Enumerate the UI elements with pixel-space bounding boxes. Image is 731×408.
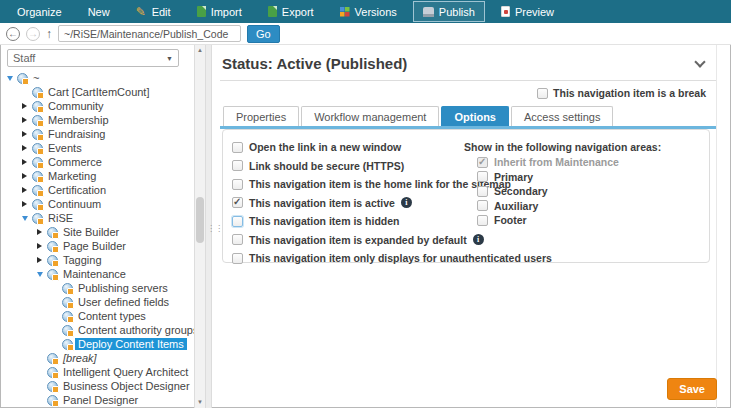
tree-item-label[interactable]: Publishing servers: [75, 282, 171, 294]
path-input[interactable]: [58, 25, 241, 42]
checkbox[interactable]: [232, 197, 243, 208]
tree-item-label[interactable]: Events: [45, 142, 85, 154]
tree-item[interactable]: Publishing servers: [0, 281, 194, 295]
nav-area-checkbox-row[interactable]: Auxiliary: [477, 200, 709, 212]
tree-item-label[interactable]: Continuum: [45, 198, 104, 210]
tree-expand-arrow[interactable]: [19, 103, 30, 109]
tree-item[interactable]: Continuum: [0, 197, 194, 211]
tree-item-label[interactable]: Panel Designer: [60, 394, 141, 406]
toolbar-item[interactable]: New: [79, 2, 119, 21]
tree-item-label[interactable]: Content types: [75, 310, 149, 322]
checkbox[interactable]: [232, 253, 243, 264]
tree-item-label[interactable]: Page Builder: [60, 240, 129, 252]
toolbar-item[interactable]: Versions: [331, 2, 406, 21]
tab[interactable]: Options: [441, 106, 509, 126]
tree-item[interactable]: Community: [0, 99, 194, 113]
tree-expand-arrow[interactable]: [4, 76, 15, 81]
option-checkbox-row[interactable]: This navigation item is the home link fo…: [232, 178, 464, 190]
tree-item[interactable]: Cart [CartItemCount]: [0, 85, 194, 99]
tree-expand-arrow[interactable]: [19, 145, 30, 151]
option-checkbox-row[interactable]: This navigation item is hidden: [232, 215, 464, 227]
tree-item-label[interactable]: User defined fields: [75, 296, 172, 308]
tree-item-label[interactable]: Membership: [45, 114, 112, 126]
tab[interactable]: Workflow management: [301, 106, 439, 126]
tree-item-label[interactable]: Maintenance: [60, 268, 129, 280]
break-checkbox[interactable]: [537, 88, 548, 99]
tree-expand-arrow[interactable]: [34, 257, 45, 263]
tree-scrollbar[interactable]: ▲ ▼: [194, 45, 205, 408]
tree-expand-arrow[interactable]: [34, 229, 45, 235]
panel-splitter[interactable]: ⋮⋮: [205, 45, 212, 408]
tree-item[interactable]: Page Builder: [0, 239, 194, 253]
tree-item[interactable]: [break]: [0, 351, 194, 365]
checkbox[interactable]: [232, 142, 243, 153]
tree-expand-arrow[interactable]: [34, 272, 45, 277]
checkbox[interactable]: [477, 200, 488, 211]
option-checkbox-row[interactable]: Link should be secure (HTTPS): [232, 160, 464, 172]
scroll-up-icon[interactable]: ▲: [195, 45, 205, 56]
tree-item[interactable]: ~: [0, 71, 194, 85]
tree-item[interactable]: Fundraising: [0, 127, 194, 141]
tree-item-label[interactable]: Content authority groups: [75, 324, 194, 336]
tree-expand-arrow[interactable]: [19, 201, 30, 207]
tree-item-label[interactable]: Commerce: [45, 156, 105, 168]
tree-item[interactable]: Membership: [0, 113, 194, 127]
checkbox[interactable]: [232, 179, 243, 190]
option-checkbox-row[interactable]: Open the link in a new window: [232, 141, 464, 153]
forward-icon[interactable]: →: [26, 27, 40, 41]
tree-expand-arrow[interactable]: [19, 131, 30, 137]
tab[interactable]: Properties: [223, 106, 299, 126]
toolbar-item[interactable]: Preview: [492, 2, 563, 21]
tree-expand-arrow[interactable]: [19, 216, 30, 221]
tree-item[interactable]: User defined fields: [0, 295, 194, 309]
tree-item[interactable]: Tagging: [0, 253, 194, 267]
info-icon[interactable]: [401, 197, 412, 208]
option-checkbox-row[interactable]: This navigation item is active: [232, 197, 464, 209]
tree-expand-arrow[interactable]: [19, 117, 30, 123]
toolbar-item[interactable]: Import: [188, 2, 251, 21]
tree-item[interactable]: Content types: [0, 309, 194, 323]
go-button[interactable]: Go: [247, 25, 280, 43]
tree-item[interactable]: Business Object Designer: [0, 379, 194, 393]
tree-item-label[interactable]: [break]: [60, 352, 100, 364]
option-checkbox-row[interactable]: This navigation item only displays for u…: [232, 252, 464, 264]
tree-item-label[interactable]: Fundraising: [45, 128, 108, 140]
tree-item[interactable]: Events: [0, 141, 194, 155]
checkbox[interactable]: [477, 171, 488, 182]
tree-item[interactable]: Certification: [0, 183, 194, 197]
tree-expand-arrow[interactable]: [19, 187, 30, 193]
save-button[interactable]: Save: [667, 378, 717, 400]
tree-item[interactable]: Commerce: [0, 155, 194, 169]
tree-item[interactable]: Deploy Content Items: [0, 337, 194, 351]
tree-expand-arrow[interactable]: [19, 159, 30, 165]
tree-expand-arrow[interactable]: [34, 243, 45, 249]
checkbox[interactable]: [232, 216, 243, 227]
scroll-down-icon[interactable]: ▼: [195, 397, 205, 408]
tree-item-label[interactable]: Deploy Content Items: [75, 338, 187, 350]
back-icon[interactable]: ←: [6, 27, 20, 41]
option-checkbox-row[interactable]: This navigation item is expanded by defa…: [232, 234, 464, 246]
checkbox[interactable]: [477, 157, 488, 168]
tree-item[interactable]: Content authority groups: [0, 323, 194, 337]
checkbox[interactable]: [232, 160, 243, 171]
toolbar-item[interactable]: Export: [259, 2, 323, 21]
toolbar-item[interactable]: Edit: [127, 2, 180, 21]
nav-area-checkbox-row[interactable]: Footer: [477, 214, 709, 226]
tree-item-label[interactable]: Tagging: [60, 254, 105, 266]
tree-item-label[interactable]: Site Builder: [60, 226, 122, 238]
toolbar-item[interactable]: Organize: [8, 2, 71, 21]
tree-item[interactable]: Intelligent Query Architect: [0, 365, 194, 379]
checkbox[interactable]: [232, 234, 243, 245]
checkbox[interactable]: [477, 186, 488, 197]
tree-item[interactable]: Panel Designer: [0, 393, 194, 407]
tree-item-label[interactable]: Business Object Designer: [60, 380, 193, 392]
checkbox[interactable]: [477, 215, 488, 226]
break-checkbox-row[interactable]: This navigation item is a break: [220, 81, 716, 99]
tree-item-label[interactable]: ~: [30, 72, 42, 84]
tree-item-label[interactable]: Certification: [45, 184, 109, 196]
nav-area-checkbox-row[interactable]: Primary: [477, 171, 709, 183]
collapse-chevron-icon[interactable]: [694, 56, 705, 67]
tree-item-label[interactable]: Marketing: [45, 170, 99, 182]
tree-item-label[interactable]: Cart [CartItemCount]: [45, 86, 152, 98]
tree-item[interactable]: Marketing: [0, 169, 194, 183]
